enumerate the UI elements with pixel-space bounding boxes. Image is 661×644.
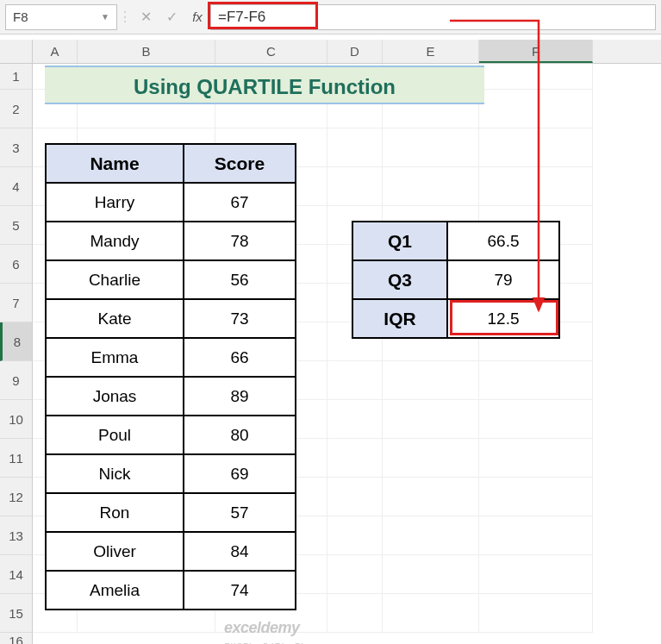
cell-score[interactable]: 89 [184, 377, 296, 416]
table-row: Mandy78 [46, 222, 296, 260]
col-header-d[interactable]: D [327, 40, 383, 63]
table-row: Harry67 [46, 183, 296, 222]
formula-bar: F8 ▼ ⋮ ✕ ✓ fx =F7-F6 [0, 0, 661, 34]
cell-score[interactable]: 57 [184, 493, 296, 532]
stat-row: Q3 79 [352, 260, 559, 299]
header-score: Score [184, 144, 296, 183]
cell-name[interactable]: Ron [46, 493, 184, 532]
cell-name[interactable]: Jonas [46, 377, 184, 416]
cell-score[interactable]: 74 [184, 571, 296, 610]
name-box-value: F8 [13, 9, 28, 24]
cell-name[interactable]: Nick [46, 454, 184, 493]
cell-name[interactable]: Mandy [46, 222, 184, 260]
row-header[interactable]: 14 [0, 555, 33, 594]
cell-name[interactable]: Kate [46, 299, 184, 338]
row-header[interactable]: 4 [0, 167, 33, 206]
stat-label: Q1 [352, 222, 447, 260]
table-row: Jonas89 [46, 377, 296, 416]
cell-score[interactable]: 73 [184, 299, 296, 338]
row-header[interactable]: 6 [0, 245, 33, 284]
worksheet: A B C D E F 1 2 3 4 5 6 7 8 9 10 11 12 1… [0, 40, 661, 644]
col-header-f[interactable]: F [479, 40, 593, 63]
cell-score[interactable]: 80 [184, 416, 296, 454]
stat-label: Q3 [352, 260, 447, 299]
cell-score[interactable]: 66 [184, 338, 296, 377]
stat-label: IQR [352, 299, 447, 338]
col-header-b[interactable]: B [78, 40, 215, 63]
formula-input[interactable]: =F7-F6 [210, 4, 656, 30]
stat-value[interactable]: 66.5 [447, 222, 559, 260]
fx-icon[interactable]: fx [184, 9, 210, 24]
row-header[interactable]: 1 [0, 64, 33, 90]
cell-score[interactable]: 69 [184, 454, 296, 493]
header-name: Name [46, 144, 184, 183]
row-header[interactable]: 9 [0, 361, 33, 400]
formula-text: =F7-F6 [218, 9, 265, 26]
stat-row: Q1 66.5 [352, 222, 559, 260]
row-header[interactable]: 15 [0, 594, 33, 633]
row-header[interactable]: 2 [0, 90, 33, 128]
table-row: Charlie56 [46, 260, 296, 299]
row-header[interactable]: 7 [0, 284, 33, 322]
cell-name[interactable]: Poul [46, 416, 184, 454]
page-title: Using QUARTILE Function [45, 66, 484, 104]
table-row: Oliver84 [46, 532, 296, 571]
row-header[interactable]: 3 [0, 128, 33, 167]
row-header[interactable]: 12 [0, 478, 33, 516]
table-row: Ron57 [46, 493, 296, 532]
row-header[interactable]: 10 [0, 400, 33, 439]
cancel-icon[interactable]: ✕ [133, 9, 159, 25]
select-all-corner[interactable] [0, 40, 33, 63]
row-header-selected[interactable]: 8 [0, 322, 33, 361]
stats-table: Q1 66.5 Q3 79 IQR 12.5 [352, 221, 560, 339]
col-header-a[interactable]: A [33, 40, 78, 63]
stat-value[interactable]: 79 [447, 260, 559, 299]
table-row: Poul80 [46, 416, 296, 454]
cell-score[interactable]: 84 [184, 532, 296, 571]
column-headers: A B C D E F [0, 40, 661, 64]
cell-name[interactable]: Amelia [46, 571, 184, 610]
enter-icon[interactable]: ✓ [159, 9, 184, 25]
cell-score[interactable]: 67 [184, 183, 296, 222]
cell-score[interactable]: 78 [184, 222, 296, 260]
table-row: Emma66 [46, 338, 296, 377]
row-header[interactable]: 5 [0, 206, 33, 245]
data-table: Name Score Harry67 Mandy78 Charlie56 Kat… [45, 143, 296, 610]
cell-name[interactable]: Oliver [46, 532, 184, 571]
row-header[interactable]: 13 [0, 516, 33, 555]
cell-name[interactable]: Charlie [46, 260, 184, 299]
stat-value-iqr[interactable]: 12.5 [447, 299, 559, 338]
cell-score[interactable]: 56 [184, 260, 296, 299]
cell-name[interactable]: Harry [46, 183, 184, 222]
col-header-e[interactable]: E [383, 40, 479, 63]
cell-name[interactable]: Emma [46, 338, 184, 377]
name-box[interactable]: F8 ▼ [5, 4, 117, 30]
stat-row: IQR 12.5 [352, 299, 559, 338]
name-box-dropdown-icon[interactable]: ▼ [101, 12, 109, 22]
table-row: Amelia74 [46, 571, 296, 610]
separator: ⋮ [117, 9, 133, 25]
table-row: Kate73 [46, 299, 296, 338]
row-header[interactable]: 16 [0, 633, 33, 644]
row-header[interactable]: 11 [0, 439, 33, 478]
table-row: Nick69 [46, 454, 296, 493]
row-headers: 1 2 3 4 5 6 7 8 9 10 11 12 13 14 15 16 [0, 64, 33, 644]
col-header-c[interactable]: C [215, 40, 327, 63]
